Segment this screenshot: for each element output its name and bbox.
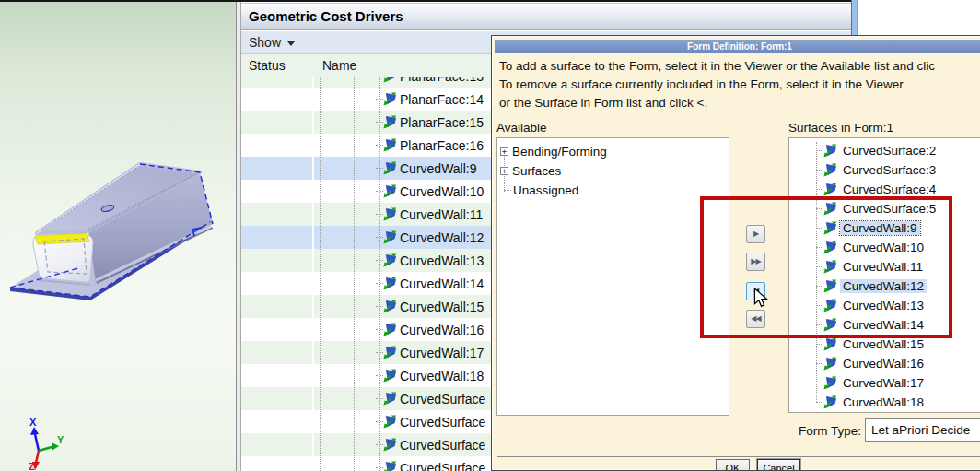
gcd-row-label: CurvedSurface [400, 438, 485, 453]
column-header-name[interactable]: Name [322, 54, 356, 77]
chevron-down-icon [287, 41, 295, 46]
app-window: X Y Z Geometric Cost Drivers Show Status… [0, 0, 980, 471]
available-label: Available [496, 121, 547, 135]
window-top-border [0, 0, 851, 2]
3d-part[interactable] [0, 0, 238, 471]
list-item-label: CurvedSurface:3 [840, 163, 939, 177]
tree-item[interactable]: +Bending/Forming [497, 142, 729, 161]
gcd-row-label: CurvedWall:12 [400, 230, 484, 245]
expand-icon[interactable]: + [500, 147, 508, 156]
surface-icon [383, 415, 397, 429]
surface-icon [823, 183, 837, 196]
tree-item[interactable]: +Surfaces [497, 161, 729, 181]
dialog-title-bar[interactable]: Form Definition: Form:1 [495, 40, 980, 53]
annotation-highlight-box [700, 196, 952, 338]
tree-connector [816, 402, 823, 403]
gcd-row-label: CurvedWall:18 [400, 369, 484, 383]
gcd-row-label: CurvedWall:16 [400, 323, 484, 337]
tree-guide [379, 77, 380, 471]
tree-item-label: Surfaces [512, 164, 561, 178]
svg-text:Y: Y [57, 434, 64, 445]
surface-icon [383, 323, 397, 336]
surface-icon [823, 337, 837, 351]
gcd-row-label: PlanarFace:13 [400, 77, 484, 84]
svg-text:X: X [29, 417, 37, 428]
dialog-instructions: To remove a surface currently included i… [499, 77, 980, 96]
gcd-row-label: CurvedWall:14 [400, 277, 484, 291]
list-item-label: CurvedWall:18 [840, 395, 927, 409]
gcd-row-label: PlanarFace:14 [400, 92, 484, 107]
ok-button[interactable]: OK [716, 459, 750, 471]
tree-item[interactable]: Unassigned [497, 181, 729, 200]
surface-icon [383, 438, 397, 452]
cancel-button[interactable]: Cancel [757, 459, 800, 471]
panel-title: Geometric Cost Drivers [241, 3, 851, 30]
column-divider [312, 77, 314, 471]
mouse-cursor [753, 288, 768, 308]
gcd-row-label: CurvedWall:13 [400, 253, 484, 268]
tree-connector [816, 363, 823, 364]
surface-icon [383, 77, 397, 83]
list-item-label: CurvedWall:15 [840, 337, 927, 351]
tree-guide [354, 77, 355, 471]
surface-icon [383, 207, 397, 221]
surface-icon [823, 376, 837, 390]
list-item[interactable]: CurvedWall:17 [789, 373, 980, 393]
list-item[interactable]: CurvedSurface:2 [789, 141, 980, 160]
gcd-row-label: CurvedSurface [400, 461, 485, 471]
surface-icon [383, 253, 397, 267]
surface-icon [383, 461, 397, 471]
gcd-row-label: CurvedWall:11 [400, 207, 483, 222]
gcd-row-label: CurvedSurface [400, 415, 485, 430]
form-type-label: Form Type: [799, 424, 861, 438]
list-item[interactable]: CurvedWall:16 [789, 354, 980, 373]
tree-connector [504, 190, 511, 191]
surface-icon [383, 138, 397, 152]
axis-triad-icon: X Y Z [17, 417, 81, 471]
list-item[interactable]: CurvedSurface:3 [789, 160, 980, 180]
list-item-label: CurvedSurface:4 [840, 183, 939, 196]
surface-icon [383, 92, 397, 106]
available-list[interactable]: +Bending/Forming+SurfacesUnassigned [496, 137, 729, 416]
surface-icon [823, 163, 837, 177]
dialog-separator [497, 456, 980, 457]
tree-item-label: Unassigned [513, 183, 578, 197]
tree-guide [320, 77, 321, 471]
tree-connector [816, 150, 823, 151]
surface-icon [383, 277, 397, 290]
surface-icon [383, 184, 397, 198]
surface-icon [383, 300, 397, 313]
dialog-instructions: To add a surface to the Form, select it … [499, 59, 980, 77]
surface-icon [823, 144, 837, 158]
gcd-row-label: CurvedWall:15 [400, 300, 484, 314]
gcd-row-label: CurvedWall:17 [400, 346, 484, 360]
list-item-label: CurvedWall:17 [840, 376, 927, 390]
surface-icon [383, 369, 397, 383]
gcd-row-label: CurvedWall:10 [400, 184, 484, 199]
tree-item-label: Bending/Forming [512, 145, 607, 159]
tree-connector [816, 170, 823, 171]
dialog-instructions: or the Surface in Form list and click <. [499, 96, 980, 114]
surface-icon [383, 392, 397, 406]
column-header-status[interactable]: Status [249, 54, 286, 77]
surface-icon [383, 115, 397, 129]
3d-viewer[interactable]: X Y Z [0, 0, 236, 471]
gcd-row-label: CurvedWall:9 [400, 161, 477, 176]
surfaces-in-form-label: Surfaces in Form:1 [788, 121, 893, 135]
gcd-row-label: PlanarFace:16 [400, 138, 484, 153]
form-type-select[interactable]: Let aPriori Decide [865, 418, 980, 442]
surface-icon [383, 230, 397, 244]
list-item-label: CurvedWall:16 [840, 357, 927, 371]
list-item[interactable]: CurvedWall:18 [789, 393, 980, 412]
tree-connector [816, 189, 823, 190]
gcd-row-label: CurvedSurface [400, 392, 485, 406]
tree-connector [816, 344, 823, 345]
surface-icon [823, 395, 837, 409]
expand-icon[interactable]: + [500, 167, 508, 175]
surface-icon [383, 346, 397, 359]
show-label: Show [249, 35, 281, 50]
surface-icon [383, 161, 397, 175]
surface-icon [823, 357, 837, 371]
svg-text:Z: Z [29, 461, 35, 471]
gcd-row-label: PlanarFace:15 [400, 115, 484, 130]
